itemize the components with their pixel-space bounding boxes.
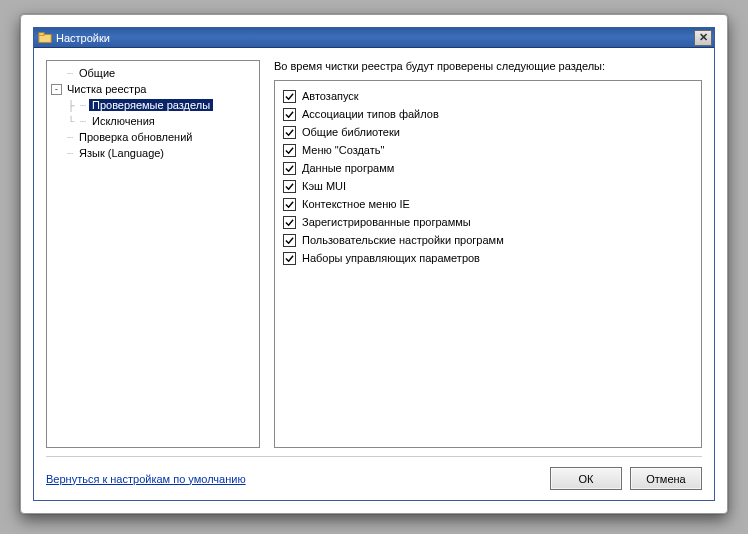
check-label: Наборы управляющих параметров — [302, 252, 480, 264]
checkbox[interactable] — [283, 216, 296, 229]
checkbox[interactable] — [283, 198, 296, 211]
close-button[interactable]: ✕ — [694, 30, 712, 46]
check-label: Меню "Создать" — [302, 144, 384, 156]
check-label: Автозапуск — [302, 90, 359, 102]
collapse-icon[interactable]: - — [51, 84, 62, 95]
cancel-button[interactable]: Отмена — [630, 467, 702, 490]
folder-icon — [38, 31, 52, 45]
check-label: Зарегистрированные программы — [302, 216, 471, 228]
check-item[interactable]: Автозапуск — [283, 87, 693, 105]
checkbox[interactable] — [283, 234, 296, 247]
checkbox[interactable] — [283, 144, 296, 157]
checkmark-icon — [285, 128, 294, 137]
tree-item-language[interactable]: ┈ Язык (Language) — [49, 145, 257, 161]
check-item[interactable]: Данные программ — [283, 159, 693, 177]
checkbox[interactable] — [283, 126, 296, 139]
check-item[interactable]: Меню "Создать" — [283, 141, 693, 159]
checkmark-icon — [285, 110, 294, 119]
check-item[interactable]: Кэш MUI — [283, 177, 693, 195]
check-label: Кэш MUI — [302, 180, 346, 192]
checkmark-icon — [285, 164, 294, 173]
check-item[interactable]: Ассоциации типов файлов — [283, 105, 693, 123]
section-heading: Во время чистки реестра будут проверены … — [274, 60, 702, 72]
ok-button[interactable]: ОК — [550, 467, 622, 490]
checkbox[interactable] — [283, 108, 296, 121]
check-item[interactable]: Контекстное меню IE — [283, 195, 693, 213]
reset-defaults-link[interactable]: Вернуться к настройкам по умолчанию — [46, 473, 246, 485]
check-label: Пользовательские настройки программ — [302, 234, 504, 246]
check-item[interactable]: Пользовательские настройки программ — [283, 231, 693, 249]
check-label: Контекстное меню IE — [302, 198, 410, 210]
check-label: Ассоциации типов файлов — [302, 108, 439, 120]
check-item[interactable]: Общие библиотеки — [283, 123, 693, 141]
close-icon: ✕ — [699, 31, 708, 44]
checkbox[interactable] — [283, 180, 296, 193]
checkmark-icon — [285, 200, 294, 209]
checkmark-icon — [285, 182, 294, 191]
tree-item-general[interactable]: ┈ Общие — [49, 65, 257, 81]
check-item[interactable]: Зарегистрированные программы — [283, 213, 693, 231]
tree-item-exclusions[interactable]: └ ┈ Исключения — [63, 113, 257, 129]
check-label: Общие библиотеки — [302, 126, 400, 138]
tree-item-checked-sections[interactable]: ├ ┈ Проверяемые разделы — [63, 97, 257, 113]
checkmark-icon — [285, 254, 294, 263]
checkmark-icon — [285, 236, 294, 245]
window-title: Настройки — [56, 32, 694, 44]
svg-rect-1 — [39, 32, 44, 35]
checkbox[interactable] — [283, 90, 296, 103]
check-item[interactable]: Наборы управляющих параметров — [283, 249, 693, 267]
checklist-panel: АвтозапускАссоциации типов файловОбщие б… — [274, 80, 702, 448]
tree-item-check-updates[interactable]: ┈ Проверка обновлений — [49, 129, 257, 145]
tree-item-registry-cleanup[interactable]: - Чистка реестра — [49, 81, 257, 97]
checkbox[interactable] — [283, 162, 296, 175]
checkmark-icon — [285, 92, 294, 101]
check-label: Данные программ — [302, 162, 394, 174]
settings-dialog: Настройки ✕ ┈ Общие — [33, 27, 715, 501]
checkmark-icon — [285, 146, 294, 155]
titlebar: Настройки ✕ — [34, 28, 714, 48]
nav-tree[interactable]: ┈ Общие - Чистка реестра — [46, 60, 260, 448]
checkbox[interactable] — [283, 252, 296, 265]
checkmark-icon — [285, 218, 294, 227]
